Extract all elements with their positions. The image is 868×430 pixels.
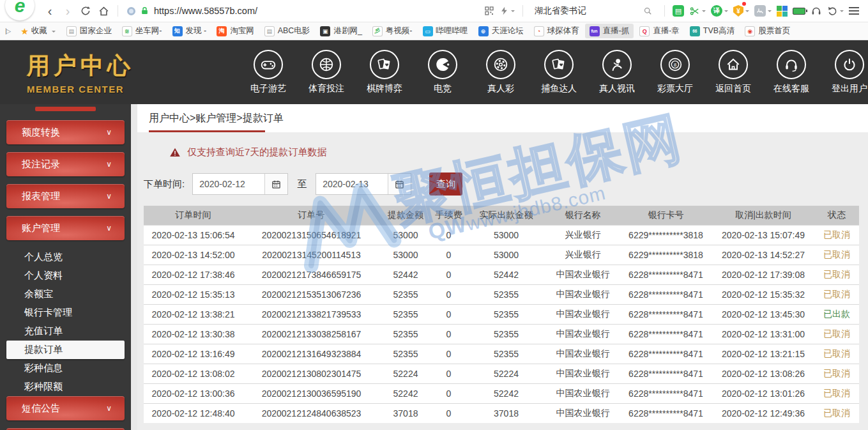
bank-card-cell: 6228**********8471 [620, 403, 712, 423]
date-to-input[interactable] [316, 179, 388, 189]
bookmark-item[interactable]: 66 TVB高清 [685, 24, 739, 38]
sidebar-submenu-item[interactable]: 彩种限额 [0, 378, 131, 396]
cancel-payout-time-cell: 2020-02-12 13:01:26 [712, 383, 814, 403]
reader-mode-icon[interactable]: ▤ [673, 5, 684, 17]
bookmark-item[interactable]: ◉ 股票首页 [740, 24, 795, 38]
header-nav-item[interactable]: 返回首页 [715, 50, 752, 95]
photo-tool-icon[interactable] [754, 5, 772, 17]
refresh-icon[interactable] [77, 2, 95, 20]
tvb-icon: 66 [690, 26, 700, 36]
bookmark-item[interactable]: ▤ 国家企业 [62, 24, 116, 38]
sidebar-menu-button[interactable]: 额度转换 ∨ [6, 120, 125, 144]
bookmark-item[interactable]: ⊕ 天涯论坛 [474, 24, 528, 38]
table-row[interactable]: 2020-02-12 17:38:46 20200212173846659175… [144, 265, 859, 284]
table-row[interactable]: 2020-02-12 13:08:02 20200212130802301475… [144, 364, 859, 383]
sidebar-menu-button[interactable]: 投注记录 ∨ [6, 152, 125, 176]
bookmark-item[interactable]: ▣ 港剧网_ [316, 24, 366, 38]
bank-card-cell: 6228**********8471 [620, 383, 712, 403]
table-row[interactable]: 2020-02-13 15:06:54 20200213150654618921… [144, 225, 859, 245]
table-row[interactable]: 2020-02-12 13:16:49 20200212131649323884… [144, 344, 859, 364]
sidebar-submenu-item[interactable]: 个人资料 [0, 266, 131, 285]
bookmark-item[interactable]: 知 发现 - [168, 24, 211, 38]
sidebar-submenu-item[interactable]: 银行卡管理 [0, 303, 131, 322]
header-nav-item[interactable]: 电子游艺 [250, 50, 287, 95]
sidebar-submenu-item[interactable]: 个人总览 [0, 248, 131, 266]
date-from-input[interactable] [193, 179, 264, 189]
status-cell: 已取消 [814, 403, 859, 423]
site-info-icon[interactable] [127, 7, 135, 15]
header-nav-item[interactable]: 电竞 [424, 50, 461, 95]
sidebar-menu-button[interactable]: 账户管理 ∨ [6, 216, 125, 240]
apps-grid-icon[interactable] [777, 6, 788, 17]
header-nav-item[interactable]: 在线客服 [773, 50, 810, 95]
menu-icon[interactable] [849, 7, 859, 15]
filter-row: 下单时间: 至 查询 [144, 173, 868, 196]
bank-card-cell: 6228**********8471 [620, 304, 712, 324]
gamepad-icon [254, 50, 283, 79]
browser-logo-icon[interactable]: e [5, 0, 34, 20]
header-nav-item[interactable]: 真人视讯 [598, 50, 636, 95]
favorites-button[interactable]: ★ 收藏 [17, 24, 59, 38]
address-bar[interactable]: https://www.58557b.com/ [127, 6, 257, 16]
undo-icon[interactable] [827, 6, 844, 17]
table-row[interactable]: 2020-02-13 14:52:00 20200213145200114513… [144, 245, 859, 265]
bookmark-item[interactable]: ≋ 坐车网- [118, 24, 167, 38]
money-shield-icon[interactable]: ¥ [733, 5, 749, 17]
bookmark-item[interactable]: ◔ 球探体育 [529, 24, 584, 38]
back-icon[interactable]: ‹ [41, 2, 59, 20]
forward-icon[interactable]: › [59, 2, 77, 20]
browser-search[interactable] [528, 6, 659, 16]
chevron-down-icon: ∨ [106, 160, 112, 169]
zhihu-icon: 知 [172, 26, 183, 36]
battery-icon[interactable] [793, 8, 805, 15]
translate-icon[interactable]: 译 [711, 5, 728, 17]
grid-capture-icon[interactable] [484, 6, 494, 16]
order-time-cell: 2020-02-12 13:38:21 [144, 304, 243, 324]
query-button[interactable]: 查询 [429, 173, 462, 196]
fee-cell: 0 [431, 225, 466, 245]
table-row[interactable]: 2020-02-12 12:48:40 20200212124840638523… [144, 403, 859, 423]
lightning-icon[interactable] [499, 6, 515, 16]
table-row[interactable]: 2020-02-12 13:38:21 20200212133821739533… [144, 304, 859, 324]
table-row[interactable]: 2020-02-12 15:35:13 20200212153513067236… [144, 284, 859, 304]
browser-search-input[interactable] [535, 6, 605, 16]
headphones-icon[interactable] [811, 5, 822, 17]
calendar-icon[interactable] [388, 174, 411, 194]
site-logo[interactable]: 用户中心 MEMBER CENTER [27, 50, 250, 95]
bookmark-item[interactable]: ▤ ABC电影 [260, 24, 315, 38]
bookmark-item[interactable]: 淘 淘宝网 [212, 24, 259, 38]
favorites-star-icon: ★ [20, 26, 29, 36]
scissors-icon[interactable] [689, 6, 706, 17]
to-label: 至 [297, 178, 307, 190]
fee-cell: 0 [431, 265, 466, 284]
calendar-icon[interactable] [264, 174, 287, 194]
sidebar-submenu-item[interactable]: 余额宝 [0, 285, 131, 303]
sidebar-top-red-fragment [35, 107, 96, 111]
header-nav-item[interactable]: 捕鱼达人 [540, 50, 577, 95]
table-row[interactable]: 2020-02-12 13:00:36 20200212130036595190… [144, 383, 859, 403]
cancel-payout-time-cell: 2020-02-13 15:07:49 [712, 225, 814, 245]
search-icon[interactable] [643, 6, 653, 16]
header-nav-item[interactable]: 8 彩票大厅 [657, 50, 694, 95]
sidebar-submenu-item[interactable]: 提款订单 [6, 341, 125, 359]
bookmark-item[interactable]: 彡 粤视频- [368, 24, 417, 38]
bookmark-item[interactable]: fun 直播-抓 [585, 24, 634, 38]
home-button-icon[interactable] [95, 2, 112, 20]
table-header-row: 订单时间订单号提款金额手续费实际出款金额银行名称银行卡号取消|出款时间状态 [144, 206, 859, 225]
fee-cell: 0 [431, 364, 466, 383]
sidebar-menu-button[interactable]: 报表管理 ∨ [6, 184, 125, 208]
header-nav-item[interactable]: 登出用户 [831, 50, 868, 95]
sidebar-menu-button[interactable]: 短信公告 ∨ [6, 396, 125, 420]
table-row[interactable]: 2020-02-12 13:30:38 20200212133038258167… [144, 324, 859, 344]
header-nav-item[interactable]: 真人彩 [482, 50, 519, 95]
header-nav-item[interactable]: 体育投注 [308, 50, 345, 95]
power-icon [835, 50, 864, 79]
url-text[interactable]: https://www.58557b.com/ [154, 6, 257, 16]
header-nav-item[interactable]: 棋牌博弈 [366, 50, 403, 95]
withdraw-amount-cell: 52355 [380, 344, 431, 364]
sidebar-submenu-item[interactable]: 彩种信息 [0, 359, 131, 378]
sidebar-submenu-item[interactable]: 充值订单 [0, 322, 131, 341]
side-panel-icon[interactable]: |▷ [5, 27, 10, 35]
bookmark-item[interactable]: Q 直播-章 [635, 24, 684, 38]
bookmark-item[interactable]: ▭ 哔哩哔哩 [418, 24, 473, 38]
